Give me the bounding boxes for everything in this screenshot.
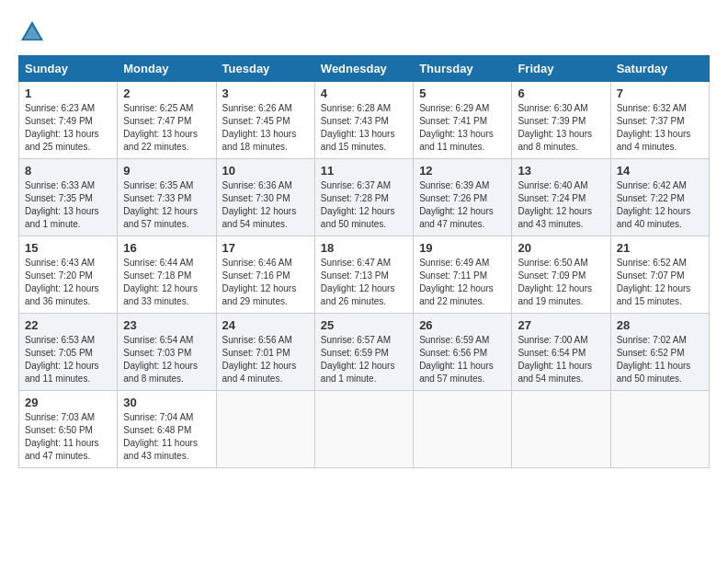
calendar-cell: 17Sunrise: 6:46 AM Sunset: 7:16 PM Dayli… bbox=[216, 236, 314, 314]
calendar-cell: 27Sunrise: 7:00 AM Sunset: 6:54 PM Dayli… bbox=[512, 314, 610, 391]
calendar-cell: 8Sunrise: 6:33 AM Sunset: 7:35 PM Daylig… bbox=[19, 159, 118, 236]
day-number: 19 bbox=[419, 241, 506, 255]
day-number: 15 bbox=[25, 241, 111, 255]
calendar-cell: 12Sunrise: 6:39 AM Sunset: 7:26 PM Dayli… bbox=[414, 159, 512, 236]
day-info: Sunrise: 6:44 AM Sunset: 7:18 PM Dayligh… bbox=[123, 257, 210, 308]
day-number: 24 bbox=[222, 318, 309, 332]
header-day-tuesday: Tuesday bbox=[216, 56, 314, 82]
day-info: Sunrise: 6:29 AM Sunset: 7:41 PM Dayligh… bbox=[419, 102, 506, 154]
calendar-cell: 20Sunrise: 6:50 AM Sunset: 7:09 PM Dayli… bbox=[512, 236, 610, 314]
header-row: SundayMondayTuesdayWednesdayThursdayFrid… bbox=[19, 56, 710, 82]
day-info: Sunrise: 6:42 AM Sunset: 7:22 PM Dayligh… bbox=[617, 179, 703, 231]
day-number: 28 bbox=[617, 318, 703, 332]
day-info: Sunrise: 6:32 AM Sunset: 7:37 PM Dayligh… bbox=[617, 102, 703, 154]
calendar-cell bbox=[610, 391, 709, 468]
day-info: Sunrise: 6:43 AM Sunset: 7:20 PM Dayligh… bbox=[25, 257, 111, 308]
calendar-cell: 7Sunrise: 6:32 AM Sunset: 7:37 PM Daylig… bbox=[610, 82, 709, 159]
day-info: Sunrise: 7:03 AM Sunset: 6:50 PM Dayligh… bbox=[25, 411, 111, 463]
day-info: Sunrise: 6:56 AM Sunset: 7:01 PM Dayligh… bbox=[222, 334, 309, 385]
day-number: 20 bbox=[518, 241, 604, 255]
day-number: 26 bbox=[419, 318, 506, 332]
day-number: 27 bbox=[518, 318, 604, 332]
day-info: Sunrise: 6:40 AM Sunset: 7:24 PM Dayligh… bbox=[518, 179, 604, 231]
calendar-week-1: 1Sunrise: 6:23 AM Sunset: 7:49 PM Daylig… bbox=[19, 82, 710, 159]
calendar-cell: 19Sunrise: 6:49 AM Sunset: 7:11 PM Dayli… bbox=[414, 236, 512, 314]
calendar-week-4: 22Sunrise: 6:53 AM Sunset: 7:05 PM Dayli… bbox=[19, 314, 710, 391]
calendar-cell: 23Sunrise: 6:54 AM Sunset: 7:03 PM Dayli… bbox=[118, 314, 216, 391]
day-number: 23 bbox=[123, 318, 210, 332]
calendar-cell: 9Sunrise: 6:35 AM Sunset: 7:33 PM Daylig… bbox=[118, 159, 216, 236]
calendar-cell: 13Sunrise: 6:40 AM Sunset: 7:24 PM Dayli… bbox=[512, 159, 610, 236]
day-number: 13 bbox=[518, 164, 604, 178]
calendar-cell: 1Sunrise: 6:23 AM Sunset: 7:49 PM Daylig… bbox=[19, 82, 118, 159]
day-info: Sunrise: 6:47 AM Sunset: 7:13 PM Dayligh… bbox=[321, 257, 407, 308]
calendar-cell: 3Sunrise: 6:26 AM Sunset: 7:45 PM Daylig… bbox=[216, 82, 314, 159]
day-number: 7 bbox=[617, 86, 703, 100]
day-info: Sunrise: 6:28 AM Sunset: 7:43 PM Dayligh… bbox=[321, 102, 407, 154]
day-info: Sunrise: 6:53 AM Sunset: 7:05 PM Dayligh… bbox=[25, 334, 111, 385]
day-number: 12 bbox=[419, 164, 506, 178]
calendar-cell: 10Sunrise: 6:36 AM Sunset: 7:30 PM Dayli… bbox=[216, 159, 314, 236]
calendar-week-2: 8Sunrise: 6:33 AM Sunset: 7:35 PM Daylig… bbox=[19, 159, 710, 236]
day-number: 3 bbox=[222, 86, 309, 100]
day-info: Sunrise: 6:26 AM Sunset: 7:45 PM Dayligh… bbox=[222, 102, 309, 154]
day-number: 10 bbox=[222, 164, 309, 178]
calendar-cell: 29Sunrise: 7:03 AM Sunset: 6:50 PM Dayli… bbox=[19, 391, 118, 468]
day-number: 8 bbox=[25, 164, 111, 178]
day-info: Sunrise: 6:54 AM Sunset: 7:03 PM Dayligh… bbox=[123, 334, 210, 385]
day-number: 1 bbox=[25, 86, 111, 100]
day-info: Sunrise: 6:59 AM Sunset: 6:56 PM Dayligh… bbox=[419, 334, 506, 385]
day-number: 17 bbox=[222, 241, 309, 255]
calendar-cell: 16Sunrise: 6:44 AM Sunset: 7:18 PM Dayli… bbox=[118, 236, 216, 314]
day-number: 5 bbox=[419, 86, 506, 100]
day-number: 9 bbox=[123, 164, 210, 178]
day-info: Sunrise: 6:35 AM Sunset: 7:33 PM Dayligh… bbox=[123, 179, 210, 231]
day-number: 14 bbox=[617, 164, 703, 178]
day-info: Sunrise: 6:23 AM Sunset: 7:49 PM Dayligh… bbox=[25, 102, 111, 154]
calendar-cell: 22Sunrise: 6:53 AM Sunset: 7:05 PM Dayli… bbox=[19, 314, 118, 391]
day-info: Sunrise: 6:46 AM Sunset: 7:16 PM Dayligh… bbox=[222, 257, 309, 308]
day-info: Sunrise: 6:30 AM Sunset: 7:39 PM Dayligh… bbox=[518, 102, 604, 154]
calendar-cell: 14Sunrise: 6:42 AM Sunset: 7:22 PM Dayli… bbox=[610, 159, 709, 236]
day-info: Sunrise: 7:04 AM Sunset: 6:48 PM Dayligh… bbox=[123, 411, 210, 463]
day-info: Sunrise: 7:02 AM Sunset: 6:52 PM Dayligh… bbox=[617, 334, 703, 385]
calendar-week-5: 29Sunrise: 7:03 AM Sunset: 6:50 PM Dayli… bbox=[19, 391, 710, 468]
calendar-cell: 4Sunrise: 6:28 AM Sunset: 7:43 PM Daylig… bbox=[314, 82, 413, 159]
day-info: Sunrise: 6:39 AM Sunset: 7:26 PM Dayligh… bbox=[419, 179, 506, 231]
day-number: 18 bbox=[321, 241, 407, 255]
header-day-friday: Friday bbox=[512, 56, 610, 82]
header-day-wednesday: Wednesday bbox=[314, 56, 413, 82]
calendar-cell: 24Sunrise: 6:56 AM Sunset: 7:01 PM Dayli… bbox=[216, 314, 314, 391]
day-number: 4 bbox=[321, 86, 407, 100]
day-number: 30 bbox=[123, 396, 210, 409]
calendar-body: 1Sunrise: 6:23 AM Sunset: 7:49 PM Daylig… bbox=[19, 82, 710, 468]
day-info: Sunrise: 6:50 AM Sunset: 7:09 PM Dayligh… bbox=[518, 257, 604, 308]
day-info: Sunrise: 6:52 AM Sunset: 7:07 PM Dayligh… bbox=[617, 257, 703, 308]
calendar-cell: 18Sunrise: 6:47 AM Sunset: 7:13 PM Dayli… bbox=[314, 236, 413, 314]
logo-icon bbox=[18, 18, 46, 46]
calendar-cell: 28Sunrise: 7:02 AM Sunset: 6:52 PM Dayli… bbox=[610, 314, 709, 391]
calendar-cell bbox=[414, 391, 512, 468]
day-number: 2 bbox=[123, 86, 210, 100]
day-number: 21 bbox=[617, 241, 703, 255]
day-number: 6 bbox=[518, 86, 604, 100]
day-number: 22 bbox=[25, 318, 111, 332]
page-header bbox=[18, 18, 710, 46]
day-info: Sunrise: 6:57 AM Sunset: 6:59 PM Dayligh… bbox=[321, 334, 407, 385]
calendar-cell: 11Sunrise: 6:37 AM Sunset: 7:28 PM Dayli… bbox=[314, 159, 413, 236]
day-number: 11 bbox=[321, 164, 407, 178]
day-info: Sunrise: 6:37 AM Sunset: 7:28 PM Dayligh… bbox=[321, 179, 407, 231]
calendar-cell: 21Sunrise: 6:52 AM Sunset: 7:07 PM Dayli… bbox=[610, 236, 709, 314]
header-day-saturday: Saturday bbox=[610, 56, 709, 82]
calendar-table: SundayMondayTuesdayWednesdayThursdayFrid… bbox=[18, 55, 710, 468]
calendar-cell: 30Sunrise: 7:04 AM Sunset: 6:48 PM Dayli… bbox=[118, 391, 216, 468]
calendar-cell: 26Sunrise: 6:59 AM Sunset: 6:56 PM Dayli… bbox=[414, 314, 512, 391]
day-info: Sunrise: 6:25 AM Sunset: 7:47 PM Dayligh… bbox=[123, 102, 210, 154]
day-number: 29 bbox=[25, 396, 111, 409]
calendar-cell: 6Sunrise: 6:30 AM Sunset: 7:39 PM Daylig… bbox=[512, 82, 610, 159]
calendar-cell bbox=[512, 391, 610, 468]
calendar-header: SundayMondayTuesdayWednesdayThursdayFrid… bbox=[19, 56, 710, 82]
header-day-thursday: Thursday bbox=[414, 56, 512, 82]
day-info: Sunrise: 7:00 AM Sunset: 6:54 PM Dayligh… bbox=[518, 334, 604, 385]
calendar-cell: 25Sunrise: 6:57 AM Sunset: 6:59 PM Dayli… bbox=[314, 314, 413, 391]
